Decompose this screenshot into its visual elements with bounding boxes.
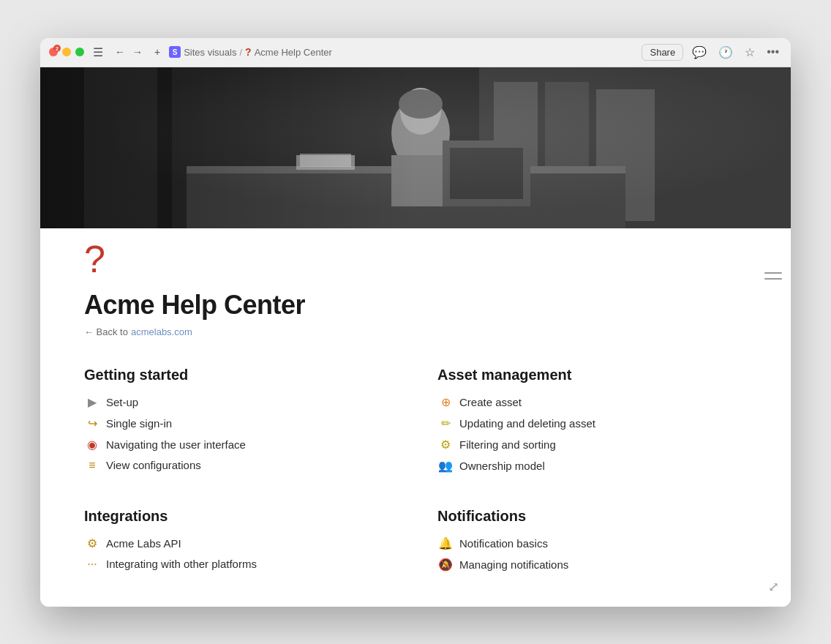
history-button[interactable]: 🕐	[715, 42, 736, 62]
link-icon-notif-basics: 🔔	[437, 536, 454, 550]
scroll-bar-1	[764, 272, 782, 274]
sections-grid: Getting started▶Set-up↪Single sign-in◉Na…	[84, 367, 747, 572]
section-asset-management: Asset management⊕Create asset✏Updating a…	[437, 367, 747, 473]
link-label-navigating-ui: Navigating the user interface	[106, 438, 246, 451]
link-icon-ownership: 👥	[437, 459, 454, 473]
breadcrumb-current-page: Acme Help Center	[255, 47, 332, 58]
link-icon-acme-api: ⚙	[84, 536, 100, 550]
link-item-ownership[interactable]: 👥Ownership model	[437, 459, 747, 473]
section-integrations: Integrations⚙Acme Labs API···Integrating…	[84, 508, 394, 572]
sidebar-toggle-button[interactable]: ☰	[90, 44, 106, 61]
breadcrumb-question-icon: ?	[245, 46, 252, 58]
link-label-view-configs: View configurations	[106, 459, 201, 471]
link-icon-view-configs: ≡	[84, 459, 100, 472]
bookmark-button[interactable]: ☆	[742, 42, 758, 62]
link-item-filter-sort[interactable]: ⚙Filtering and sorting	[437, 438, 747, 452]
comment-button[interactable]: 💬	[689, 42, 710, 62]
link-label-acme-api: Acme Labs API	[106, 537, 181, 550]
link-label-other-platforms: Integrating with other platforms	[106, 558, 257, 570]
link-item-acme-api[interactable]: ⚙Acme Labs API	[84, 536, 394, 550]
link-label-set-up: Set-up	[106, 396, 138, 408]
toolbar-actions: Share 💬 🕐 ☆ •••	[642, 42, 782, 62]
section-title-asset-management: Asset management	[437, 367, 747, 383]
link-icon-create-asset: ⊕	[437, 395, 454, 409]
hero-overlay	[40, 67, 791, 228]
section-links-notifications: 🔔Notification basics🔕Managing notificati…	[437, 536, 747, 572]
titlebar: 2 ☰ ← → + S Sites visuals / ? Acme Help …	[40, 38, 791, 67]
link-label-notif-basics: Notification basics	[459, 537, 548, 550]
link-item-set-up[interactable]: ▶Set-up	[84, 395, 394, 409]
back-link-url[interactable]: acmelabs.com	[131, 326, 192, 337]
link-item-notif-basics[interactable]: 🔔Notification basics	[437, 536, 747, 550]
browser-window: 2 ☰ ← → + S Sites visuals / ? Acme Help …	[40, 38, 791, 607]
link-item-single-sign-in[interactable]: ↪Single sign-in	[84, 416, 394, 430]
link-icon-managing-notifs: 🔕	[437, 558, 454, 572]
link-item-update-delete[interactable]: ✏Updating and deleting asset	[437, 416, 747, 430]
new-tab-button[interactable]: +	[151, 45, 163, 59]
traffic-lights: 2	[49, 48, 84, 56]
minimize-button[interactable]	[62, 48, 71, 56]
link-label-filter-sort: Filtering and sorting	[459, 438, 556, 451]
nav-arrows: ← →	[112, 45, 146, 59]
notification-badge: 2	[53, 45, 61, 52]
link-icon-filter-sort: ⚙	[437, 438, 454, 452]
link-item-navigating-ui[interactable]: ◉Navigating the user interface	[84, 438, 394, 452]
page-title: Acme Help Center	[84, 290, 747, 321]
link-label-single-sign-in: Single sign-in	[106, 417, 172, 430]
link-item-other-platforms[interactable]: ···Integrating with other platforms	[84, 558, 394, 571]
section-title-notifications: Notifications	[437, 508, 747, 525]
breadcrumb-separator: /	[239, 47, 242, 58]
link-label-update-delete: Updating and deleting asset	[459, 417, 595, 430]
back-text: ← Back to	[84, 326, 128, 337]
page-body: Acme Help Center ← Back to acmelabs.com …	[40, 278, 791, 607]
scroll-indicators	[764, 272, 782, 280]
section-links-getting-started: ▶Set-up↪Single sign-in◉Navigating the us…	[84, 395, 394, 472]
maximize-button[interactable]	[75, 48, 84, 56]
section-notifications: Notifications🔔Notification basics🔕Managi…	[437, 508, 747, 572]
page-icon: ?	[40, 228, 791, 278]
content-area: ? Acme Help Center ← Back to acmelabs.co…	[40, 228, 791, 607]
section-links-asset-management: ⊕Create asset✏Updating and deleting asse…	[437, 395, 747, 473]
back-button[interactable]: ←	[112, 45, 128, 59]
section-links-integrations: ⚙Acme Labs API···Integrating with other …	[84, 536, 394, 571]
move-icon: ⤢	[768, 579, 779, 595]
link-item-create-asset[interactable]: ⊕Create asset	[437, 395, 747, 409]
link-icon-navigating-ui: ◉	[84, 438, 100, 452]
section-getting-started: Getting started▶Set-up↪Single sign-in◉Na…	[84, 367, 394, 473]
section-title-getting-started: Getting started	[84, 367, 394, 383]
share-button[interactable]: Share	[642, 44, 683, 61]
link-icon-single-sign-in: ↪	[84, 416, 100, 430]
forward-button[interactable]: →	[129, 45, 146, 59]
back-link: ← Back to acmelabs.com	[84, 326, 747, 337]
hero-image	[40, 67, 791, 228]
link-icon-other-platforms: ···	[84, 558, 100, 571]
link-item-view-configs[interactable]: ≡View configurations	[84, 459, 394, 472]
breadcrumb: S Sites visuals / ? Acme Help Center	[169, 46, 636, 58]
link-label-create-asset: Create asset	[459, 396, 522, 408]
section-title-integrations: Integrations	[84, 508, 394, 525]
link-label-ownership: Ownership model	[459, 460, 545, 472]
link-item-managing-notifs[interactable]: 🔕Managing notifications	[437, 558, 747, 572]
site-icon: S	[169, 46, 181, 58]
link-label-managing-notifs: Managing notifications	[459, 558, 568, 571]
close-button[interactable]: 2	[49, 48, 58, 56]
more-options-button[interactable]: •••	[764, 42, 782, 61]
breadcrumb-sites-visuals: Sites visuals	[184, 47, 236, 58]
link-icon-update-delete: ✏	[437, 416, 454, 430]
link-icon-set-up: ▶	[84, 395, 100, 409]
scroll-bar-2	[764, 278, 782, 280]
